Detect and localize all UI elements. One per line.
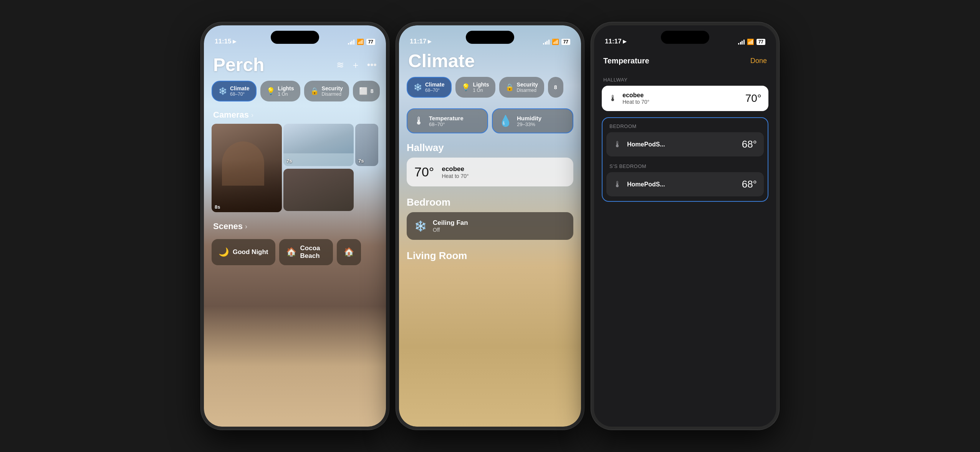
hallway-ecobee-name: ecobee: [622, 92, 740, 99]
temp-humidity-row: 🌡 Temperature 68–70° 💧 Humidity 29–33%: [399, 103, 581, 139]
pill-sub-lights-2: 1 On: [473, 88, 489, 93]
status-icons-1: 📶 77: [348, 38, 375, 45]
cocoa-beach-label: Cocoa: [300, 244, 320, 252]
location-arrow-icon-3: ▶: [623, 39, 626, 44]
wifi-icon-3: 📶: [747, 38, 754, 45]
ecobee-temp: 70°: [414, 165, 434, 179]
pill-security-1[interactable]: 🔒 Security Disarmed: [304, 81, 349, 101]
pill-label-climate-1: Climate: [230, 85, 250, 91]
camera-timer-3: 7s: [358, 158, 364, 164]
temperature-metric[interactable]: 🌡 Temperature 68–70°: [407, 108, 488, 133]
bedroom-groups-box: BEDROOM 🌡 HomePodS... 68° S'S BEDROOM 🌡 …: [602, 117, 768, 202]
battery-badge-1: 77: [366, 39, 375, 45]
cameras-chevron-icon: ›: [251, 111, 253, 119]
scenes-section-header: Scenes ›: [204, 218, 386, 235]
fan-icon: ❄️: [414, 220, 427, 232]
bedroom-homepod-temp: 68°: [742, 138, 757, 150]
climate-icon-1: ❄️: [219, 87, 227, 95]
location-arrow-icon-1: ▶: [233, 39, 236, 44]
camera-timer-2: 7s: [286, 158, 292, 164]
scene-good-night[interactable]: 🌙 Good Night: [212, 239, 275, 265]
cocoa-beach-icon: 🏠: [286, 247, 296, 257]
ecobee-card[interactable]: 70° ecobee Heat to 70°: [407, 158, 573, 186]
hallway-ecobee-sub: Heat to 70°: [622, 99, 740, 105]
pill-climate-1[interactable]: ❄️ Climate 68–70°: [212, 81, 257, 101]
waveform-icon[interactable]: ≋: [336, 60, 344, 70]
dynamic-island-2: [466, 31, 514, 44]
battery-badge-3: 77: [757, 39, 765, 45]
phone-1: 11:15 ▶ 📶 77 Perch ≋ ＋ •••: [201, 22, 389, 430]
pill-lights-1[interactable]: 💡 Lights 1 On: [260, 81, 300, 101]
ss-bedroom-homepod-row[interactable]: 🌡 HomePodS... 68°: [606, 172, 764, 196]
bedroom-homepod-row[interactable]: 🌡 HomePodS... 68°: [606, 132, 764, 156]
bedroom-homepod-name: HomePodS...: [627, 141, 737, 148]
pill-more-2[interactable]: 8: [548, 77, 563, 98]
more-pill-icon-1: ⬜: [359, 87, 368, 95]
pill-sub-security-1: Disarmed: [322, 91, 343, 97]
category-pills-1: ❄️ Climate 68–70° 💡 Lights 1 On 🔒: [204, 75, 386, 107]
bedroom-section: Bedroom ❄️ Ceiling Fan Off: [399, 193, 581, 247]
camera-cell-3[interactable]: 7s: [355, 124, 378, 166]
status-icons-3: 📶 77: [738, 38, 765, 45]
hallway-ecobee-row[interactable]: 🌡 ecobee Heat to 70° 70°: [602, 86, 768, 111]
add-icon[interactable]: ＋: [351, 59, 360, 71]
pill-climate-2[interactable]: ❄️ Climate 68–70°: [407, 77, 452, 98]
pill-label-more-1: 8: [371, 88, 374, 94]
humidity-metric[interactable]: 💧 Humidity 29–33%: [492, 108, 573, 133]
phone2-content: Climate ❄️ Climate 68–70° 💡 Lights 1 On: [399, 25, 581, 427]
bedroom-title: Bedroom: [407, 196, 573, 208]
scene-3[interactable]: 🏠: [337, 239, 361, 265]
scene-pills: 🌙 Good Night 🏠 Cocoa Beach 🏠: [204, 235, 386, 269]
time-display-1: 11:15: [215, 38, 231, 45]
scene3-icon: 🏠: [344, 247, 354, 257]
pill-label-more-2: 8: [554, 84, 557, 90]
humidity-icon: 💧: [499, 115, 512, 127]
pill-more-1[interactable]: ⬜ 8: [353, 81, 380, 101]
temp-header: Temperature Done: [594, 50, 776, 73]
camera-cell-1[interactable]: 8s: [212, 124, 282, 212]
dynamic-island-1: [271, 31, 319, 44]
hallway-section: Hallway 70° ecobee Heat to 70°: [399, 139, 581, 193]
header-icons-1: ≋ ＋ •••: [336, 59, 377, 71]
dynamic-island-3: [661, 31, 709, 44]
ss-bedroom-group-title: S'S BEDROOM: [603, 160, 768, 172]
scenes-chevron-icon: ›: [245, 223, 247, 231]
pill-label-security-1: Security: [322, 85, 343, 91]
climate-icon-2: ❄️: [414, 83, 422, 91]
camera-cell-2[interactable]: 7s: [283, 124, 354, 166]
pill-label-lights-1: Lights: [278, 85, 294, 91]
ss-bedroom-homepod-temp: 68°: [742, 178, 757, 190]
pill-lights-2[interactable]: 💡 Lights 1 On: [455, 77, 495, 98]
lights-icon-2: 💡: [462, 83, 470, 91]
phone1-content: Perch ≋ ＋ ••• ❄️ Climate 68–70° 💡: [204, 25, 386, 427]
ceiling-fan-card[interactable]: ❄️ Ceiling Fan Off: [407, 212, 573, 240]
location-arrow-icon-2: ▶: [428, 39, 431, 44]
hallway-therm-icon: 🌡: [609, 93, 617, 103]
camera-cell-4[interactable]: [283, 169, 354, 211]
pill-label-security-2: Security: [517, 81, 538, 88]
cocoa-beach-label2: Beach: [300, 252, 320, 260]
pill-label-lights-2: Lights: [473, 81, 489, 88]
security-icon-1: 🔒: [310, 87, 319, 95]
hallway-title: Hallway: [407, 142, 573, 154]
humidity-label: Humidity: [517, 115, 541, 121]
pill-sub-climate-2: 68–70°: [425, 88, 445, 93]
humidity-value: 29–33%: [517, 121, 541, 127]
pill-security-2[interactable]: 🔒 Security Disarmed: [499, 77, 544, 98]
fan-name: Ceiling Fan: [433, 219, 468, 227]
wifi-icon-1: 📶: [357, 38, 364, 45]
done-button[interactable]: Done: [750, 57, 767, 65]
bedroom-group-title: BEDROOM: [603, 120, 768, 132]
category-pills-2: ❄️ Climate 68–70° 💡 Lights 1 On 🔒: [399, 71, 581, 103]
page-title-1: Perch: [213, 54, 264, 75]
temperature-icon: 🌡: [414, 115, 424, 127]
scene-cocoa-beach[interactable]: 🏠 Cocoa Beach: [279, 239, 333, 265]
living-room-title: Living Room: [407, 250, 573, 262]
phone-3: 11:17 ▶ 📶 77 Temperature Done HALLWAY 🌡: [591, 22, 779, 430]
temperature-value: 68–70°: [429, 121, 464, 127]
hallway-group-title: HALLWAY: [602, 73, 768, 86]
scenes-section: Scenes › 🌙 Good Night 🏠 Cocoa Beach: [204, 212, 386, 269]
more-icon[interactable]: •••: [367, 60, 377, 70]
phone3-content: Temperature Done HALLWAY 🌡 ecobee Heat t…: [594, 25, 776, 427]
wifi-icon-2: 📶: [552, 38, 559, 45]
